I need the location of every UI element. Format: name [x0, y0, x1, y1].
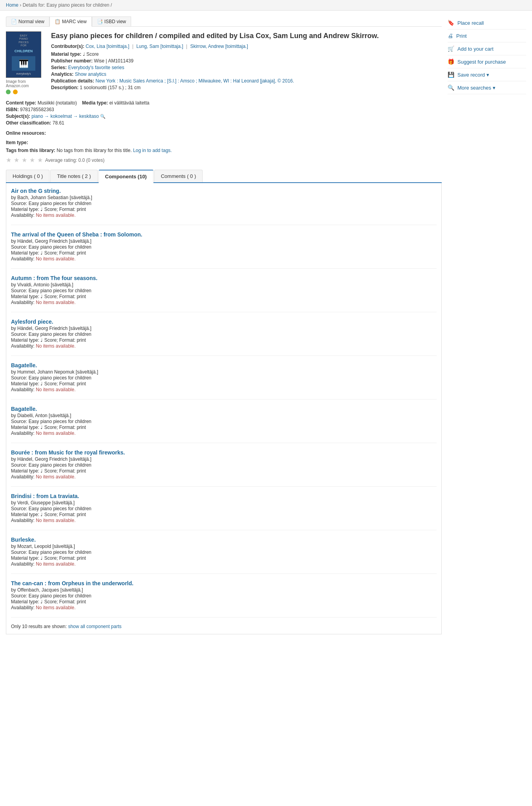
- star-5[interactable]: ★: [37, 156, 43, 164]
- component-title-link-5[interactable]: Bagatelle.: [11, 406, 37, 412]
- sidebar-action-place-recall[interactable]: 🔖 Place recall: [448, 16, 526, 29]
- isbn-row: ISBN: 9781785582363: [6, 107, 442, 112]
- component-title-5: Bagatelle.: [11, 406, 437, 412]
- component-by-9: by Offenbach, Jacques [säveltäjä.]: [11, 587, 437, 593]
- component-material-3: Material type: ♩ Score; Format: print: [11, 337, 437, 343]
- tab-isbd-view[interactable]: 📑 ISBD view: [92, 16, 131, 26]
- component-title-link-9[interactable]: The can-can : from Orpheus in the underw…: [11, 580, 133, 586]
- contributors-label: Contributor(s):: [51, 44, 84, 49]
- component-title-link-3[interactable]: Aylesford piece.: [11, 319, 53, 325]
- component-source-8: Source: Easy piano pieces for children: [11, 550, 437, 555]
- login-link[interactable]: Log in to add tags.: [133, 148, 172, 153]
- sidebar-action-add-to-cart[interactable]: 🛒 Add to your cart: [448, 42, 526, 55]
- dot-orange: [13, 90, 18, 94]
- tab-components[interactable]: Components (10): [99, 170, 154, 183]
- tabs-container: Holdings ( 0 ) Title notes ( 2 ) Compone…: [6, 170, 442, 634]
- breadcrumb-current: Details for: Easy piano pieces for child…: [23, 2, 112, 8]
- publisher-number-row: Publisher number: Wise | AM1011439: [51, 58, 442, 64]
- component-title-link-6[interactable]: Bourée : from Music for the royal firewo…: [11, 449, 125, 456]
- component-source-2: Source: Easy piano pieces for children: [11, 288, 437, 293]
- component-by-3: by Händel, Georg Friedrich [säveltäjä.]: [11, 326, 437, 331]
- series-link[interactable]: Everybody's favorite series: [68, 65, 124, 70]
- component-by-6: by Händel, Georg Friedrich [säveltäjä.]: [11, 456, 437, 462]
- component-title-0: Air on the G string.: [11, 188, 437, 194]
- tab-normal-view[interactable]: 📄 Normal view: [6, 16, 49, 26]
- extra-details: Content type: Musiikki (notataito) Media…: [6, 100, 442, 126]
- component-material-6: Material type: ♩ Score; Format: print: [11, 468, 437, 474]
- breadcrumb-home[interactable]: Home: [6, 2, 18, 8]
- series-row: Series: Everybody's favorite series: [51, 65, 442, 70]
- sidebar-action-save-record[interactable]: 💾 Save record ▾: [448, 68, 526, 81]
- star-2[interactable]: ★: [14, 156, 19, 164]
- sidebar-actions: 🔖 Place recall 🖨 Print 🛒 Add to your car…: [448, 16, 526, 94]
- contributor-lung[interactable]: Lung, Sam [toimittaja.]: [136, 44, 183, 49]
- component-by-1: by Händel, Georg Friedrich [säveltäjä.]: [11, 238, 437, 244]
- star-1[interactable]: ★: [6, 156, 11, 164]
- sidebar-action-print[interactable]: 🖨 Print: [448, 29, 526, 42]
- tab-marc-view[interactable]: 📋 MARC view: [49, 16, 92, 27]
- star-3[interactable]: ★: [22, 156, 27, 164]
- component-by-4: by Hummel, Johann Nepomuk [säveltäjä.]: [11, 369, 437, 375]
- component-source-6: Source: Easy piano pieces for children: [11, 462, 437, 468]
- contributor-skirrow[interactable]: Skirrow, Andrew [toimittaja.]: [190, 44, 248, 49]
- component-title-4: Bagatelle.: [11, 362, 437, 368]
- tab-bar: Holdings ( 0 ) Title notes ( 2 ) Compone…: [6, 170, 442, 183]
- action-label-place-recall: Place recall: [457, 20, 484, 26]
- tab-title-notes[interactable]: Title notes ( 2 ): [50, 170, 97, 182]
- component-availability-4: Availability: No items available.: [11, 387, 437, 392]
- subjects-row: Subject(s): piano → kokoelmat → keskitas…: [6, 114, 442, 119]
- star-4[interactable]: ★: [29, 156, 35, 164]
- show-all-line: Only 10 results are shown: show all comp…: [11, 624, 437, 629]
- marc-icon: 📋: [55, 19, 60, 24]
- component-title-link-1[interactable]: The arrival of the Queen of Sheba : from…: [11, 231, 142, 238]
- component-item-3: Aylesford piece. by Händel, Georg Friedr…: [11, 319, 437, 356]
- component-by-2: by Vivaldi, Antonio [säveltäjä.]: [11, 282, 437, 288]
- component-title-link-8[interactable]: Burleske.: [11, 537, 36, 543]
- tab-holdings[interactable]: Holdings ( 0 ): [6, 170, 49, 182]
- tab-comments[interactable]: Comments ( 0 ): [154, 170, 203, 182]
- rating-stars: ★ ★ ★ ★ ★ Average rating: 0.0 (0 votes): [6, 156, 442, 164]
- component-title-link-4[interactable]: Bagatelle.: [11, 362, 37, 368]
- component-title-link-2[interactable]: Autumn : from The four seasons.: [11, 275, 97, 281]
- publication-link[interactable]: New York : Music Sales America ; [S.l.] …: [95, 78, 294, 84]
- contributor-cox[interactable]: Cox, Lisa [toimittaja.]: [86, 44, 129, 49]
- score-icon-0: ♩: [40, 207, 43, 212]
- component-title-3: Aylesford piece.: [11, 319, 437, 325]
- sidebar-action-suggest-purchase[interactable]: 🎁 Suggest for purchase: [448, 55, 526, 68]
- component-item-8: Burleske. by Mozart, Leopold [säveltäjä.…: [11, 537, 437, 574]
- material-type-icon: ♩: [83, 51, 85, 57]
- book-info: Easy piano pieces for children / compile…: [51, 31, 442, 94]
- component-material-8: Material type: ♩ Score; Format: print: [11, 555, 437, 561]
- component-title-link-0[interactable]: Air on the G string.: [11, 188, 61, 194]
- publication-row: Publication details: New York : Music Sa…: [51, 78, 442, 84]
- component-availability-1: Availability: No items available.: [11, 256, 437, 262]
- component-title-link-7[interactable]: Brindisi : from La traviata.: [11, 493, 79, 499]
- subjects-link[interactable]: piano → kokoelmat → keskitaso: [31, 114, 99, 119]
- subject-search-icon: 🔍: [100, 114, 106, 119]
- component-by-5: by Diabelli, Anton [säveltäjä.]: [11, 413, 437, 418]
- component-source-0: Source: Easy piano pieces for children: [11, 201, 437, 206]
- other-class-row: Other classification: 78.61: [6, 120, 442, 126]
- analytics-link[interactable]: Show analytics: [75, 71, 106, 77]
- sidebar-action-more-searches[interactable]: 🔍 More searches ▾: [448, 81, 526, 94]
- component-item-7: Brindisi : from La traviata. by Verdi, G…: [11, 493, 437, 530]
- component-item-0: Air on the G string. by Bach, Johann Seb…: [11, 188, 437, 225]
- show-all-link[interactable]: show all component parts: [68, 624, 121, 629]
- component-title-8: Burleske.: [11, 537, 437, 543]
- component-source-1: Source: Easy piano pieces for children: [11, 244, 437, 250]
- score-icon-5: ♩: [40, 425, 43, 430]
- show-all-text: Only 10 results are shown:: [11, 624, 67, 629]
- online-resources-row: Online resources:: [6, 130, 442, 136]
- action-label-more-searches: More searches ▾: [457, 85, 495, 91]
- sidebar: 🔖 Place recall 🖨 Print 🛒 Add to your car…: [448, 16, 526, 634]
- component-availability-6: Availability: No items available.: [11, 474, 437, 480]
- book-cover-section: EASYPIANOPIECESFOR CHILDREN 🎹 everybody'…: [6, 31, 45, 94]
- action-label-save-record: Save record ▾: [457, 72, 489, 78]
- action-icon-more-searches: 🔍: [448, 84, 454, 91]
- component-item-4: Bagatelle. by Hummel, Johann Nepomuk [sä…: [11, 362, 437, 399]
- component-availability-8: Availability: No items available.: [11, 561, 437, 567]
- component-material-4: Material type: ♩ Score; Format: print: [11, 381, 437, 387]
- action-icon-print: 🖨: [448, 33, 453, 39]
- component-item-1: The arrival of the Queen of Sheba : from…: [11, 231, 437, 269]
- action-label-suggest-purchase: Suggest for purchase: [457, 59, 506, 65]
